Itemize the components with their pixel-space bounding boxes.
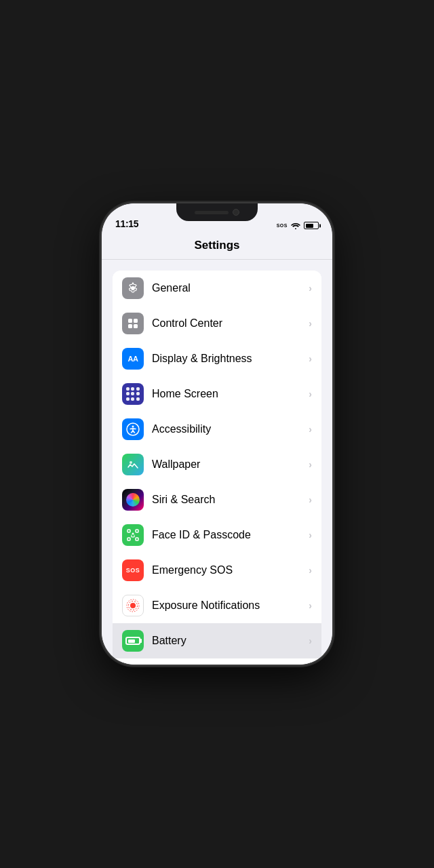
accessibility-icon <box>122 418 144 440</box>
status-icons: SOS <box>277 222 319 229</box>
svg-rect-9 <box>127 538 130 540</box>
general-chevron: › <box>309 283 312 294</box>
accessibility-label: Accessibility <box>152 423 304 435</box>
status-time: 11:15 <box>115 218 138 229</box>
svg-point-11 <box>132 533 134 535</box>
battery-label: Battery <box>152 635 304 647</box>
siri-label: Siri & Search <box>152 494 304 506</box>
svg-point-6 <box>130 461 132 464</box>
siri-ball <box>126 493 140 507</box>
exposure-label: Exposure Notifications <box>152 599 304 612</box>
emergency-sos-label: Emergency SOS <box>152 564 304 576</box>
settings-row-display[interactable]: AA Display & Brightness › <box>113 341 321 376</box>
wallpaper-chevron: › <box>309 459 312 470</box>
settings-row-emergency-sos[interactable]: SOS Emergency SOS › <box>113 553 321 588</box>
home-screen-chevron: › <box>309 389 312 399</box>
settings-row-siri[interactable]: Siri & Search › <box>113 482 321 517</box>
front-camera <box>233 209 239 216</box>
notch <box>176 203 258 221</box>
faceid-label: Face ID & Passcode <box>152 529 304 541</box>
battery-list-visual <box>125 637 140 645</box>
settings-row-privacy[interactable]: Privacy & Security › <box>113 658 321 665</box>
phone-screen: 11:15 SOS Settings <box>102 203 332 665</box>
settings-content[interactable]: General › Control Center › <box>102 260 332 665</box>
siri-chevron: › <box>309 494 312 505</box>
settings-row-control-center[interactable]: Control Center › <box>113 306 321 341</box>
display-icon-text: AA <box>128 355 138 363</box>
control-center-chevron: › <box>309 318 312 329</box>
control-center-label: Control Center <box>152 317 304 330</box>
svg-rect-0 <box>128 319 132 323</box>
general-icon <box>122 277 144 299</box>
faceid-icon <box>122 524 144 546</box>
wifi-icon <box>291 222 300 229</box>
wallpaper-icon <box>122 454 144 475</box>
control-center-icon <box>122 313 144 334</box>
section-system: General › Control Center › <box>113 271 321 665</box>
settings-row-exposure[interactable]: Exposure Notifications › <box>113 588 321 623</box>
accessibility-chevron: › <box>309 424 312 435</box>
svg-point-5 <box>132 426 134 428</box>
sos-indicator: SOS <box>277 223 288 228</box>
emergency-sos-icon: SOS <box>122 559 144 581</box>
settings-row-home-screen[interactable]: Home Screen › <box>113 376 321 412</box>
homescreen-dots-grid <box>126 387 140 401</box>
siri-icon <box>122 489 144 511</box>
battery-fill <box>306 224 313 228</box>
emergency-sos-chevron: › <box>309 565 312 576</box>
display-icon: AA <box>122 348 144 370</box>
settings-row-battery[interactable]: Battery › <box>113 623 321 658</box>
svg-rect-7 <box>127 530 130 532</box>
display-chevron: › <box>309 353 312 364</box>
exposure-chevron: › <box>309 600 312 611</box>
battery-status-icon <box>304 222 319 229</box>
speaker <box>195 211 229 214</box>
settings-row-general[interactable]: General › <box>113 271 321 306</box>
faceid-chevron: › <box>309 530 312 540</box>
sos-icon-text: SOS <box>126 567 140 574</box>
status-bar: 11:15 SOS <box>102 203 332 233</box>
svg-rect-10 <box>136 538 138 540</box>
settings-row-accessibility[interactable]: Accessibility › <box>113 412 321 447</box>
home-screen-icon <box>122 383 144 405</box>
svg-rect-1 <box>134 319 138 323</box>
nav-bar: Settings <box>102 233 332 260</box>
exposure-icon <box>122 595 144 616</box>
svg-rect-3 <box>134 324 138 328</box>
battery-icon-row <box>122 630 144 652</box>
svg-rect-8 <box>136 530 138 532</box>
battery-chevron: › <box>309 635 312 646</box>
display-label: Display & Brightness <box>152 353 304 365</box>
svg-rect-2 <box>128 324 132 328</box>
home-screen-label: Home Screen <box>152 388 304 400</box>
settings-row-faceid[interactable]: Face ID & Passcode › <box>113 517 321 553</box>
battery-list-fill <box>128 639 136 643</box>
phone-frame: 11:15 SOS Settings <box>102 203 332 665</box>
general-label: General <box>152 282 304 294</box>
settings-row-wallpaper[interactable]: Wallpaper › <box>113 447 321 482</box>
svg-point-14 <box>130 603 136 608</box>
wallpaper-label: Wallpaper <box>152 458 304 471</box>
page-title: Settings <box>194 239 239 252</box>
